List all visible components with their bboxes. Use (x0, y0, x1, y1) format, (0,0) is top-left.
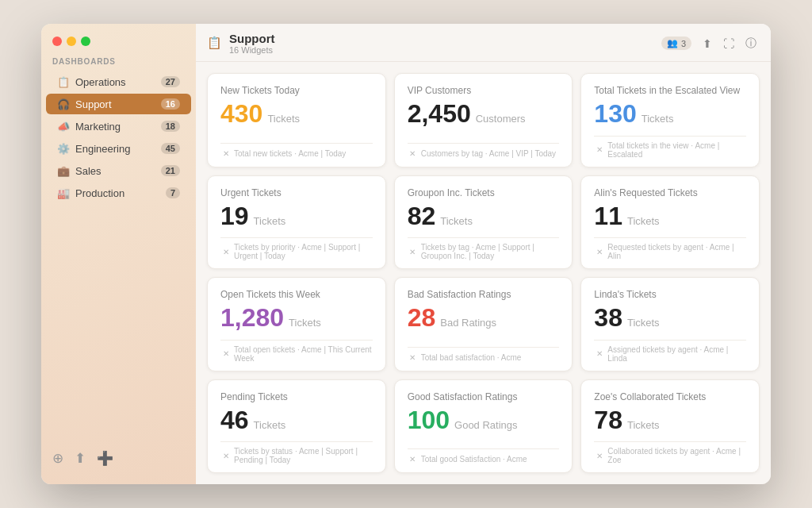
widget-alin-tickets: Alin's Requested Tickets 11 Tickets ✕ Re… (580, 175, 760, 270)
widget-unit: Tickets (627, 215, 660, 227)
widget-open-tickets-week: Open Tickets this Week 1,280 Tickets ✕ T… (207, 277, 386, 371)
widget-footer: ✕ Assigned tickets by agent · Acme | Lin… (594, 340, 746, 363)
sidebar-bottom: ⊕ ⬆ ➕ (41, 442, 196, 475)
widget-unit: Good Ratings (454, 419, 518, 431)
zendesk-icon: ✕ (594, 348, 604, 359)
sidebar-item-label: Production (75, 187, 166, 199)
sidebar-item-sales[interactable]: 💼 Sales 21 (46, 160, 191, 181)
sidebar-item-badge: 21 (161, 165, 180, 176)
widget-value-row: 2,450 Customers (408, 101, 560, 126)
widget-value: 28 (408, 305, 436, 330)
widget-footer-text: Collaborated tickets by agent · Acme | Z… (607, 447, 746, 464)
widget-value-row: 11 Tickets (594, 203, 746, 229)
widget-footer-text: Requested tickets by agent · Acme | Alin (607, 243, 746, 260)
sidebar-item-badge: 45 (161, 143, 180, 154)
sidebar-item-label: Sales (75, 165, 161, 177)
widget-title: Urgent Tickets (220, 187, 373, 198)
zendesk-icon: ✕ (594, 247, 604, 257)
operations-icon: 📋 (57, 75, 70, 88)
widget-title: Zoe's Collaborated Tickets (594, 391, 746, 402)
widget-value: 46 (220, 407, 249, 433)
widget-urgent-tickets: Urgent Tickets 19 Tickets ✕ Tickets by p… (207, 175, 386, 270)
expand-icon[interactable]: ⛶ (723, 37, 734, 50)
widget-title: Bad Satisfaction Ratings (408, 289, 560, 300)
viewers-badge: 👥 3 (661, 37, 691, 50)
widget-footer-text: Tickets by priority · Acme | Support | U… (234, 243, 373, 260)
sidebar-item-support[interactable]: 🎧 Support 16 (46, 94, 191, 114)
widget-title: Total Tickets in the Escalated View (594, 85, 746, 96)
sidebar: DASHBOARDS 📋 Operations 27 🎧 Support 16 … (41, 24, 196, 484)
zendesk-icon: ✕ (594, 451, 604, 461)
widget-value: 130 (594, 101, 636, 126)
widget-bad-satisfaction: Bad Satisfaction Ratings 28 Bad Ratings … (394, 277, 573, 371)
viewers-count: 3 (681, 39, 686, 48)
widget-footer-text: Tickets by status · Acme | Support | Pen… (234, 447, 373, 464)
widget-value-row: 28 Bad Ratings (408, 305, 560, 330)
widget-unit: Tickets (627, 419, 660, 431)
widget-grid: New Tickets Today 430 Tickets ✕ Total ne… (196, 62, 771, 484)
traffic-light-yellow[interactable] (67, 37, 76, 46)
widget-footer: ✕ Collaborated tickets by agent · Acme |… (594, 441, 746, 464)
widget-footer: ✕ Total new tickets · Acme | Today (220, 143, 373, 159)
engineering-icon: ⚙️ (57, 142, 70, 155)
widget-value: 2,450 (408, 101, 471, 126)
topbar-actions: 👥 3 ⬆ ⛶ ⓘ (661, 37, 756, 51)
sidebar-item-label: Marketing (75, 121, 161, 133)
widget-linda-tickets: Linda's Tickets 38 Tickets ✕ Assigned ti… (580, 277, 760, 371)
sidebar-item-badge: 27 (161, 76, 180, 87)
widget-footer-text: Assigned tickets by agent · Acme | Linda (607, 345, 746, 363)
traffic-light-red[interactable] (52, 37, 62, 46)
widget-footer-text: Total tickets in the view · Acme | Escal… (607, 141, 746, 159)
widget-value: 100 (408, 407, 450, 433)
widget-unit: Tickets (289, 317, 321, 329)
widget-vip-customers: VIP Customers 2,450 Customers ✕ Customer… (394, 73, 573, 167)
widget-unit: Tickets (627, 317, 660, 329)
sidebar-item-badge: 18 (161, 121, 180, 132)
sidebar-item-badge: 7 (166, 187, 180, 198)
zendesk-icon: ✕ (220, 148, 231, 159)
widget-title: Alin's Requested Tickets (594, 187, 746, 198)
zendesk-icon: ✕ (408, 352, 418, 363)
widget-zoe-tickets: Zoe's Collaborated Tickets 78 Tickets ✕ … (580, 379, 760, 474)
zendesk-icon: ✕ (408, 148, 418, 159)
widget-footer-text: Total bad satisfaction · Acme (421, 353, 522, 362)
add-dashboard-icon[interactable]: ⊕ (52, 450, 63, 467)
share-icon[interactable]: ⬆ (703, 37, 712, 50)
widget-value-row: 19 Tickets (220, 203, 373, 229)
sidebar-item-production[interactable]: 🏭 Production 7 (46, 183, 191, 203)
widget-footer: ✕ Total tickets in the view · Acme | Esc… (594, 136, 746, 159)
main-content: 📋 Support 16 Widgets 👥 3 ⬆ ⛶ ⓘ New Ticke… (196, 24, 771, 484)
sales-icon: 💼 (57, 164, 70, 177)
sidebar-section-label: DASHBOARDS (41, 57, 196, 71)
sidebar-item-label: Engineering (75, 143, 161, 155)
zendesk-icon: ✕ (408, 247, 418, 257)
widget-unit: Customers (476, 113, 526, 125)
sidebar-item-label: Support (75, 98, 161, 110)
widget-footer-text: Tickets by tag · Acme | Support | Groupo… (421, 243, 560, 260)
zendesk-icon: ✕ (594, 144, 604, 155)
sidebar-item-marketing[interactable]: 📣 Marketing 18 (46, 116, 191, 137)
widget-value: 82 (408, 203, 436, 229)
widget-footer: ✕ Tickets by tag · Acme | Support | Grou… (408, 237, 560, 260)
widget-footer-text: Total new tickets · Acme | Today (234, 149, 346, 158)
sidebar-item-badge: 16 (161, 98, 180, 110)
info-icon[interactable]: ⓘ (745, 37, 756, 51)
widget-value-row: 430 Tickets (220, 101, 373, 126)
widget-value-row: 1,280 Tickets (220, 305, 373, 330)
export-icon[interactable]: ⬆ (75, 450, 86, 467)
widget-unit: Tickets (642, 113, 674, 125)
traffic-light-green[interactable] (81, 37, 90, 46)
widget-value: 430 (220, 101, 262, 126)
widget-title: Groupon Inc. Tickets (408, 187, 560, 198)
widget-title: Open Tickets this Week (220, 289, 373, 300)
widget-value: 78 (594, 407, 622, 433)
zendesk-icon: ✕ (220, 451, 231, 461)
traffic-lights (41, 37, 196, 57)
new-item-icon[interactable]: ➕ (97, 450, 113, 467)
sidebar-item-operations[interactable]: 📋 Operations 27 (46, 71, 191, 92)
widget-footer-text: Customers by tag · Acme | VIP | Today (421, 149, 556, 158)
widget-value-row: 130 Tickets (594, 101, 746, 126)
widget-value-row: 100 Good Ratings (408, 407, 560, 433)
topbar-icon: 📋 (207, 36, 223, 52)
sidebar-item-engineering[interactable]: ⚙️ Engineering 45 (46, 138, 191, 159)
